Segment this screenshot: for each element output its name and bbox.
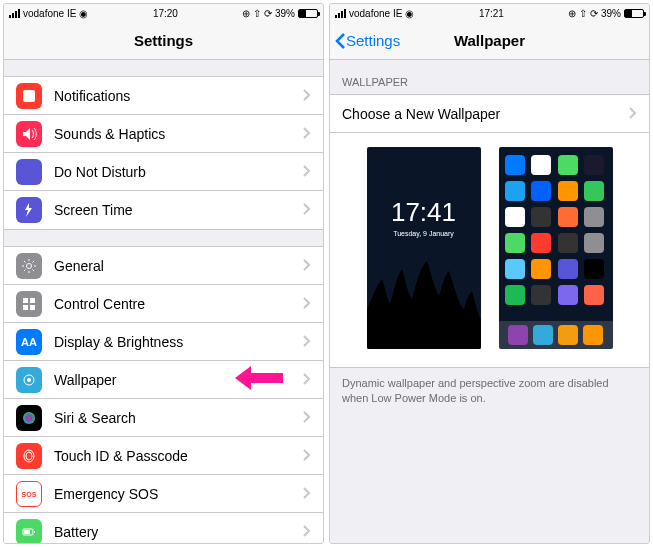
row-label: Do Not Disturb bbox=[54, 164, 303, 180]
settings-row-sos[interactable]: SOSEmergency SOS bbox=[4, 475, 323, 513]
svg-rect-2 bbox=[23, 298, 28, 303]
app-icon bbox=[558, 207, 578, 227]
app-icon bbox=[531, 155, 551, 175]
battery-pct: 39% bbox=[601, 8, 621, 19]
back-label: Settings bbox=[346, 32, 400, 49]
chevron-icon bbox=[303, 257, 311, 275]
row-label: Screen Time bbox=[54, 202, 303, 218]
wallpaper-content[interactable]: WALLPAPER Choose a New Wallpaper 17:41 T… bbox=[330, 60, 649, 543]
ctrl-icon bbox=[16, 291, 42, 317]
wall-icon bbox=[16, 367, 42, 393]
svg-text:AA: AA bbox=[21, 336, 37, 348]
app-icon bbox=[531, 233, 551, 253]
settings-row-siri[interactable]: Siri & Search bbox=[4, 399, 323, 437]
row-label: Emergency SOS bbox=[54, 486, 303, 502]
status-icons: ⊕ ⇧ ⟳ bbox=[568, 8, 598, 19]
wallpaper-screen: vodafone IE◉ 17:21 ⊕ ⇧ ⟳39% Settings Wal… bbox=[329, 3, 650, 544]
back-button[interactable]: Settings bbox=[330, 32, 400, 50]
app-icon bbox=[531, 285, 551, 305]
app-icon bbox=[558, 259, 578, 279]
row-label: Display & Brightness bbox=[54, 334, 303, 350]
settings-row-wall[interactable]: Wallpaper bbox=[4, 361, 323, 399]
battery-icon bbox=[298, 9, 318, 18]
app-icon bbox=[558, 181, 578, 201]
app-icon bbox=[558, 233, 578, 253]
chevron-icon bbox=[303, 371, 311, 389]
settings-row-notif[interactable]: Notifications bbox=[4, 77, 323, 115]
settings-row-sound[interactable]: Sounds & Haptics bbox=[4, 115, 323, 153]
aa-icon: AA bbox=[16, 329, 42, 355]
app-icon bbox=[584, 285, 604, 305]
settings-row-moon[interactable]: Do Not Disturb bbox=[4, 153, 323, 191]
status-bar: vodafone IE◉ 17:20 ⊕ ⇧ ⟳39% bbox=[4, 4, 323, 22]
app-icon bbox=[505, 233, 525, 253]
siri-icon bbox=[16, 405, 42, 431]
dock-app-icon bbox=[558, 325, 578, 345]
dock-app-icon bbox=[533, 325, 553, 345]
settings-list[interactable]: NotificationsSounds & HapticsDo Not Dist… bbox=[4, 60, 323, 543]
sos-icon: SOS bbox=[16, 481, 42, 507]
app-icon bbox=[584, 259, 604, 279]
app-icon bbox=[558, 285, 578, 305]
chevron-icon bbox=[303, 87, 311, 105]
settings-row-batt[interactable]: Battery bbox=[4, 513, 323, 543]
choose-wallpaper-row[interactable]: Choose a New Wallpaper bbox=[330, 95, 649, 133]
dock-app-icon bbox=[508, 325, 528, 345]
preview-date: Tuesday, 9 January bbox=[393, 230, 454, 237]
moon-icon bbox=[16, 159, 42, 185]
clock: 17:21 bbox=[479, 8, 504, 19]
settings-row-hour[interactable]: Screen Time bbox=[4, 191, 323, 229]
settings-row-gear[interactable]: General bbox=[4, 247, 323, 285]
chevron-icon bbox=[629, 105, 637, 123]
chevron-icon bbox=[303, 333, 311, 351]
lockscreen-preview[interactable]: 17:41 Tuesday, 9 January bbox=[367, 147, 481, 349]
page-title: Settings bbox=[4, 32, 323, 49]
signal-icon bbox=[9, 9, 20, 18]
app-icon bbox=[505, 285, 525, 305]
svg-rect-15 bbox=[24, 530, 30, 534]
navbar: Settings bbox=[4, 22, 323, 60]
wifi-icon: ◉ bbox=[405, 8, 414, 19]
chevron-icon bbox=[303, 523, 311, 541]
preview-time: 17:41 bbox=[391, 197, 456, 228]
chevron-icon bbox=[303, 485, 311, 503]
footer-text: Dynamic wallpaper and perspective zoom a… bbox=[330, 368, 649, 415]
chevron-icon bbox=[303, 295, 311, 313]
app-icon bbox=[584, 181, 604, 201]
homescreen-preview[interactable] bbox=[499, 147, 613, 349]
notif-icon bbox=[16, 83, 42, 109]
row-label: Choose a New Wallpaper bbox=[342, 106, 629, 122]
signal-icon bbox=[335, 9, 346, 18]
settings-row-aa[interactable]: AADisplay & Brightness bbox=[4, 323, 323, 361]
app-icon bbox=[531, 207, 551, 227]
app-icon bbox=[531, 181, 551, 201]
row-label: Siri & Search bbox=[54, 410, 303, 426]
batt-icon bbox=[16, 519, 42, 544]
wifi-icon: ◉ bbox=[79, 8, 88, 19]
chevron-icon bbox=[303, 409, 311, 427]
status-icons: ⊕ ⇧ ⟳ bbox=[242, 8, 272, 19]
settings-row-touch[interactable]: Touch ID & Passcode bbox=[4, 437, 323, 475]
svg-rect-0 bbox=[23, 90, 35, 102]
app-icon bbox=[531, 259, 551, 279]
app-icon bbox=[558, 155, 578, 175]
row-label: Notifications bbox=[54, 88, 303, 104]
sound-icon bbox=[16, 121, 42, 147]
svg-rect-4 bbox=[23, 305, 28, 310]
svg-point-8 bbox=[27, 378, 31, 382]
pointer-arrow-icon bbox=[235, 364, 283, 396]
row-label: Control Centre bbox=[54, 296, 303, 312]
settings-row-ctrl[interactable]: Control Centre bbox=[4, 285, 323, 323]
carrier: vodafone IE bbox=[23, 8, 76, 19]
row-label: Battery bbox=[54, 524, 303, 540]
gear-icon bbox=[16, 253, 42, 279]
app-icon bbox=[584, 233, 604, 253]
status-bar: vodafone IE◉ 17:21 ⊕ ⇧ ⟳39% bbox=[330, 4, 649, 22]
row-label: General bbox=[54, 258, 303, 274]
app-icon bbox=[505, 155, 525, 175]
chevron-icon bbox=[303, 447, 311, 465]
svg-rect-3 bbox=[30, 298, 35, 303]
dock-app-icon bbox=[583, 325, 603, 345]
app-icon bbox=[584, 207, 604, 227]
chevron-icon bbox=[303, 163, 311, 181]
